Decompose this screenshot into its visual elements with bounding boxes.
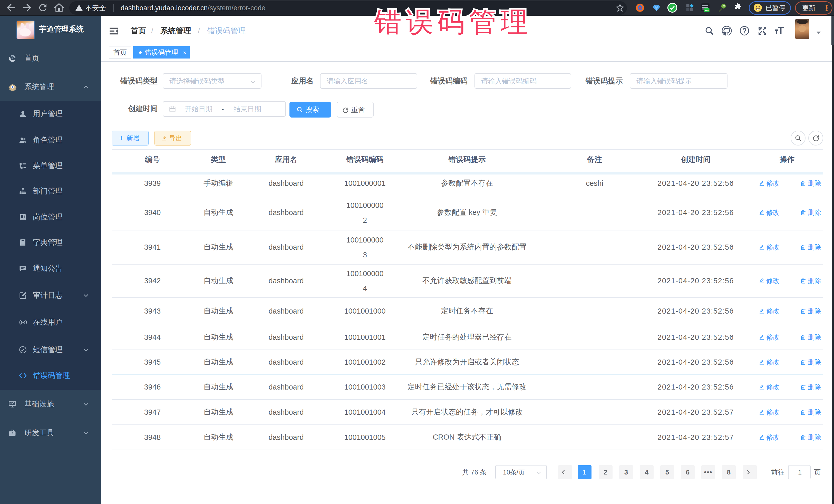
svg-text:on: on xyxy=(705,9,708,12)
